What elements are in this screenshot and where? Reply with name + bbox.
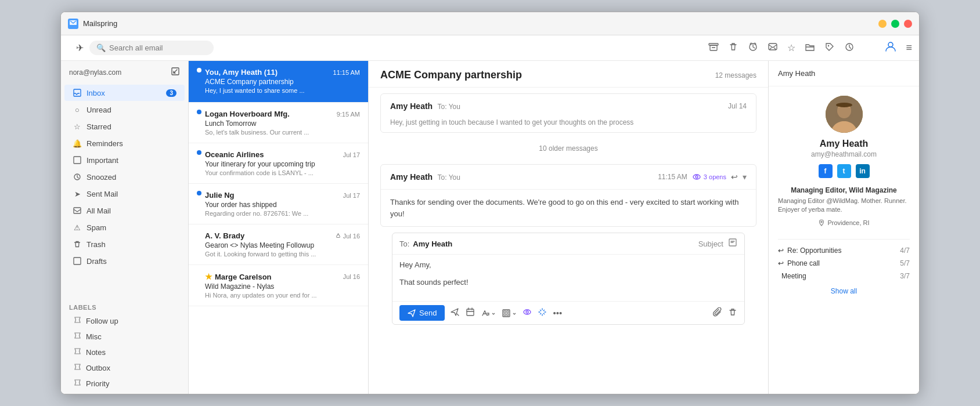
label-followup[interactable]: Follow up: [69, 313, 180, 328]
email-item-6[interactable]: ★ Marge Carelson Jul 16 Wild Magazine - …: [189, 265, 368, 306]
pin-icon[interactable]: ✈: [76, 42, 84, 53]
compose-expand-icon[interactable]: [728, 238, 737, 249]
thread-divider: 10 older messages: [380, 139, 756, 158]
compose-font-icon[interactable]: [481, 309, 496, 318]
email-6-time: Jul 16: [343, 273, 360, 280]
title-bar-right: [878, 20, 912, 28]
compose-template-icon[interactable]: [502, 309, 517, 318]
compose-sparkle-icon[interactable]: [538, 307, 547, 318]
show-all-button[interactable]: Show all: [831, 282, 857, 300]
twitter-icon[interactable]: t: [837, 164, 851, 178]
message-1-preview: Hey, just getting in touch because I wan…: [381, 118, 756, 132]
email-3-subject: Your itinerary for your upcoming trip: [205, 160, 360, 168]
email-3-from: Oceanic Airlines: [205, 150, 264, 159]
facebook-icon[interactable]: f: [819, 164, 833, 178]
compose-delete-icon[interactable]: [728, 307, 737, 318]
linkedin-icon[interactable]: in: [856, 164, 870, 178]
clock-icon[interactable]: [844, 42, 855, 55]
message-1-sender: Amy Heath: [390, 102, 433, 111]
email-4-time: Jul 17: [343, 192, 360, 199]
sidebar-item-reminders[interactable]: 🔔 Reminders: [64, 135, 185, 151]
sidebar-item-sentmail[interactable]: ➤ Sent Mail: [64, 186, 185, 202]
maximize-button[interactable]: [891, 20, 899, 28]
sidebar-item-important[interactable]: Important: [64, 152, 185, 168]
label-notes[interactable]: Notes: [69, 345, 180, 360]
related-icon-2: ↩: [778, 259, 784, 267]
email-1-preview: Hey, I just wanted to share some ...: [205, 87, 360, 94]
label-outbox[interactable]: Outbox: [69, 360, 180, 375]
inbox-label: Inbox: [87, 89, 105, 97]
sidebar-item-trash[interactable]: Trash: [64, 236, 185, 252]
email-item-3[interactable]: Oceanic Airlines Jul 17 Your itinerary f…: [189, 143, 368, 184]
compose-send-later-icon[interactable]: [451, 307, 460, 318]
expand-icon[interactable]: ▾: [743, 172, 747, 182]
sidebar-item-snoozed[interactable]: Snoozed: [64, 169, 185, 185]
related-label-2: ↩ Phone call: [778, 259, 820, 267]
sidebar-header: nora@nylas.com: [61, 61, 188, 84]
message-2-sender: Amy Heath: [390, 172, 433, 182]
contact-header: Amy Heath: [769, 61, 919, 86]
message-item-1[interactable]: Amy Heath To: You Jul 14 Hey, just getti…: [380, 93, 756, 133]
message-2-header[interactable]: Amy Heath To: You 11:15 AM 3 opens ↩: [381, 165, 756, 189]
minimize-button[interactable]: [878, 20, 887, 28]
snooze-icon[interactable]: [748, 42, 758, 55]
spam-icon: ⚠: [73, 223, 82, 232]
tag-icon[interactable]: [824, 42, 835, 55]
svg-rect-13: [74, 258, 81, 264]
delete-toolbar-icon[interactable]: [728, 42, 738, 55]
compose-attachment-icon[interactable]: [713, 307, 722, 318]
email-1-time: 11:15 AM: [333, 69, 360, 76]
svg-rect-22: [507, 314, 509, 316]
label-priority[interactable]: Priority: [69, 376, 180, 391]
compose-tracking-icon[interactable]: [523, 307, 532, 318]
sidebar-item-inbox[interactable]: Inbox 3: [64, 85, 185, 101]
compose-body[interactable]: Hey Amy, That sounds perfect!: [392, 255, 744, 301]
label-misc[interactable]: Misc: [69, 329, 180, 344]
reply-icon[interactable]: ↩: [731, 172, 738, 182]
send-icon[interactable]: [768, 42, 778, 55]
email-item-4[interactable]: Julie Ng Jul 17 Your order has shipped R…: [189, 184, 368, 224]
archive-icon[interactable]: [708, 42, 719, 55]
folder-icon[interactable]: [805, 42, 815, 55]
contact-location-text: Providence, RI: [827, 219, 869, 226]
message-1-header[interactable]: Amy Heath To: You Jul 14: [381, 94, 756, 118]
snoozed-label: Snoozed: [87, 173, 116, 182]
sidebar-nav: Inbox 3 ○ Unread ☆ Starred 🔔 Reminders: [61, 84, 188, 300]
sidebar-item-allmail[interactable]: All Mail: [64, 202, 185, 219]
compose-schedule-icon[interactable]: [466, 307, 475, 318]
contact-name-badge[interactable]: Amy Heath: [778, 69, 815, 78]
sidebar-item-spam[interactable]: ⚠ Spam: [64, 219, 185, 235]
send-button[interactable]: Send: [399, 305, 445, 321]
search-input[interactable]: [109, 44, 207, 52]
email-item-5[interactable]: A. V. Brady Jul 16 Gearon <> Nylas Meeti…: [189, 224, 368, 265]
compose-to-label: To:: [399, 240, 409, 248]
app-icon: [68, 19, 78, 29]
sidebar-item-unread[interactable]: ○ Unread: [64, 102, 185, 118]
close-button[interactable]: [904, 20, 912, 28]
menu-icon[interactable]: ≡: [906, 42, 912, 54]
svg-rect-19: [504, 311, 506, 313]
compose-body-line2: That sounds perfect!: [399, 278, 737, 287]
user-icon[interactable]: [885, 41, 896, 55]
contact-title: Managing Editor, Wild Magazine: [791, 186, 897, 194]
email-detail-header: ACME Company partnership 12 messages: [369, 61, 768, 88]
sidebar-item-starred[interactable]: ☆ Starred: [64, 118, 185, 135]
star-toolbar-icon[interactable]: ☆: [787, 42, 795, 53]
sidebar-item-drafts[interactable]: Drafts: [64, 253, 185, 269]
email-detail-subject: ACME Company partnership: [380, 69, 522, 81]
compose-button[interactable]: [171, 67, 180, 78]
search-bar[interactable]: 🔍: [89, 41, 214, 55]
email-4-preview: Regarding order no. 8726761: We ...: [205, 210, 360, 217]
email-5-subject: Gearon <> Nylas Meeting Followup: [205, 241, 360, 249]
svg-point-23: [524, 310, 531, 314]
email-item-2[interactable]: Logan Hoverboard Mfg. 9:15 AM Lunch Tomo…: [189, 103, 368, 143]
compose-subject-label[interactable]: Subject: [698, 240, 723, 248]
message-item-2[interactable]: Amy Heath To: You 11:15 AM 3 opens ↩: [380, 164, 756, 227]
app-window: Mailspring ✈ 🔍: [60, 12, 920, 394]
compose-more-icon[interactable]: •••: [553, 308, 562, 318]
contact-body: Amy Heath amy@heathmail.com f t in Manag…: [769, 86, 919, 309]
label-outbox-text: Outbox: [86, 364, 110, 372]
email-item-1[interactable]: You, Amy Heath (11) 11:15 AM ACME Compan…: [189, 61, 368, 103]
title-bar-left: Mailspring: [68, 19, 117, 29]
important-label: Important: [87, 156, 118, 165]
